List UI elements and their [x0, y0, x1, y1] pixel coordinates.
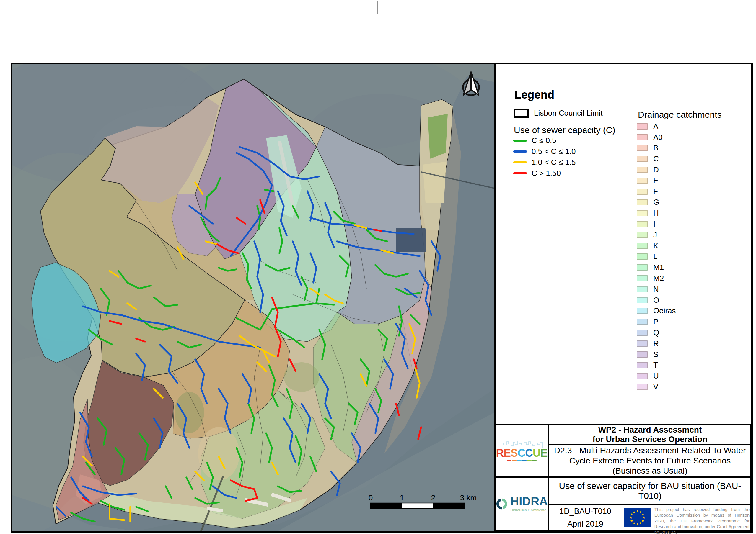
- scale-tick-0: 0: [368, 493, 373, 502]
- catchment-item: D: [637, 164, 676, 175]
- catchment-label: S: [653, 350, 658, 359]
- catchment-item: L: [637, 251, 676, 262]
- sewer-class-label: 1.0 < C ≤ 1.5: [531, 158, 576, 167]
- catchment-swatch-icon: [637, 145, 648, 151]
- resccue-tagline-segment: [527, 460, 531, 461]
- catchment-swatch-icon: [637, 253, 648, 260]
- catchment-label: Oeiras: [653, 306, 676, 316]
- resccue-logo: RESCCUE: [496, 425, 548, 476]
- catchment-swatch-icon: [637, 351, 648, 358]
- catchment-label: L: [653, 252, 657, 261]
- sewer-class-line-icon: [513, 150, 527, 153]
- catchment-swatch-icon: [637, 189, 648, 195]
- catchment-item: P: [637, 316, 676, 327]
- catchment-swatch-icon: [637, 123, 648, 130]
- catchment-swatch-icon: [637, 384, 648, 390]
- catchment-label: B: [653, 143, 658, 153]
- catchment-label: A0: [653, 133, 663, 142]
- catchment-swatch-icon: [637, 243, 648, 249]
- drawing-date: April 2019: [567, 518, 603, 530]
- sewer-class-label: C ≤ 0.5: [531, 136, 556, 145]
- catchment-item: A0: [637, 132, 676, 143]
- catchment-label: J: [653, 230, 657, 240]
- catchment-swatch-icon: [637, 318, 648, 325]
- sewer-class-line-icon: [513, 161, 527, 164]
- hidra-logo: HIDRA Hidráulica e Ambiente: [496, 478, 548, 530]
- catchment-item: T: [637, 360, 676, 371]
- lisbon-map: 0 1 2 3 km: [12, 64, 494, 531]
- sewer-class-item: 0.5 < C ≤ 1.0: [513, 146, 576, 157]
- catchment-item: K: [637, 241, 676, 251]
- catchment-item: N: [637, 284, 676, 295]
- catchment-swatch-icon: [637, 178, 648, 184]
- scale-tick-2: 2: [431, 493, 435, 502]
- drawing-code: 1D_BAU-T010: [559, 505, 611, 518]
- catchment-label: V: [653, 382, 658, 392]
- catchment-item: G: [637, 197, 676, 208]
- resccue-tagline-segment: [532, 460, 537, 461]
- eu-flag-icon: ★★★★★★★★★★★★: [624, 508, 651, 527]
- council-limit-swatch-icon: [514, 109, 528, 118]
- hidra-logo-icon: [496, 496, 508, 513]
- catchment-item: Q: [637, 327, 676, 338]
- catchment-item: S: [637, 349, 676, 360]
- resccue-letter: E: [503, 447, 511, 459]
- resccue-tagline-segment: [522, 460, 526, 461]
- project-title-line1: WP2 - Hazard Assessment: [592, 425, 707, 435]
- resccue-tagline: [507, 460, 537, 461]
- resccue-letter: E: [540, 447, 548, 459]
- sewer-capacity-heading: Use of sewer capacity (C): [514, 125, 615, 135]
- catchment-item: J: [637, 230, 676, 241]
- catchment-swatch-icon: [637, 286, 648, 292]
- resccue-skyline-icon: [500, 440, 544, 447]
- sewer-class-item: C > 1.50: [513, 168, 576, 179]
- catchment-swatch-icon: [637, 297, 648, 303]
- catchment-label: A: [653, 122, 658, 131]
- project-title-line2: for Urban Services Operation: [592, 435, 707, 444]
- catchment-label: G: [653, 198, 659, 207]
- catchment-label: K: [653, 241, 658, 250]
- catchment-swatch-icon: [637, 264, 648, 270]
- catchment-label: C: [653, 154, 659, 164]
- resccue-tagline-segment: [512, 460, 517, 461]
- council-limit-label: Lisbon Council Limit: [534, 109, 603, 118]
- drawing-info: 1D_BAU-T010 April 2019: [550, 506, 621, 530]
- scale-tick-3: 3 km: [460, 493, 477, 502]
- catchment-item: C: [637, 153, 676, 164]
- resccue-letter: C: [525, 447, 533, 459]
- resccue-letter: S: [511, 447, 518, 459]
- catchment-swatch-icon: [637, 341, 648, 347]
- catchment-label: D: [653, 165, 659, 174]
- catchment-swatch-icon: [637, 362, 648, 368]
- legend-item-council-limit: Lisbon Council Limit: [514, 109, 603, 118]
- catchment-swatch-icon: [637, 308, 648, 314]
- legend-title: Legend: [514, 89, 554, 101]
- catchment-label: H: [653, 209, 659, 218]
- catchment-item: F: [637, 186, 676, 197]
- resccue-letter: R: [496, 447, 504, 459]
- drainage-catchments-list: AA0BCDEFGHIJKLM1M2NOOeirasPQRSTUV: [637, 121, 676, 393]
- catchment-swatch-icon: [637, 232, 648, 238]
- catchment-label: E: [653, 176, 658, 185]
- catchment-item: Oeiras: [637, 306, 676, 317]
- catchment-swatch-icon: [637, 210, 648, 216]
- resccue-tagline-segment: [517, 460, 522, 461]
- catchment-label: P: [653, 317, 658, 326]
- catchment-swatch-icon: [637, 134, 648, 140]
- catchment-item: M2: [637, 273, 676, 284]
- catchment-swatch-icon: [637, 167, 648, 173]
- sewer-class-label: C > 1.50: [531, 169, 561, 178]
- resccue-letter: U: [533, 447, 540, 459]
- map-title: Use of sewer capacity for BAU situation …: [550, 478, 750, 504]
- catchment-item: U: [637, 370, 676, 381]
- catchment-swatch-icon: [637, 275, 648, 281]
- catchment-item: E: [637, 175, 676, 186]
- catchment-label: O: [653, 295, 659, 305]
- catchment-item: O: [637, 295, 676, 306]
- funding-text: This project has received funding from t…: [654, 507, 749, 534]
- catchment-item: I: [637, 218, 676, 230]
- catchment-item: M1: [637, 262, 676, 273]
- sewer-capacity-classes: C ≤ 0.50.5 < C ≤ 1.01.0 < C ≤ 1.5C > 1.5…: [513, 135, 576, 179]
- catchment-label: Q: [653, 328, 659, 337]
- catchment-label: R: [653, 339, 659, 348]
